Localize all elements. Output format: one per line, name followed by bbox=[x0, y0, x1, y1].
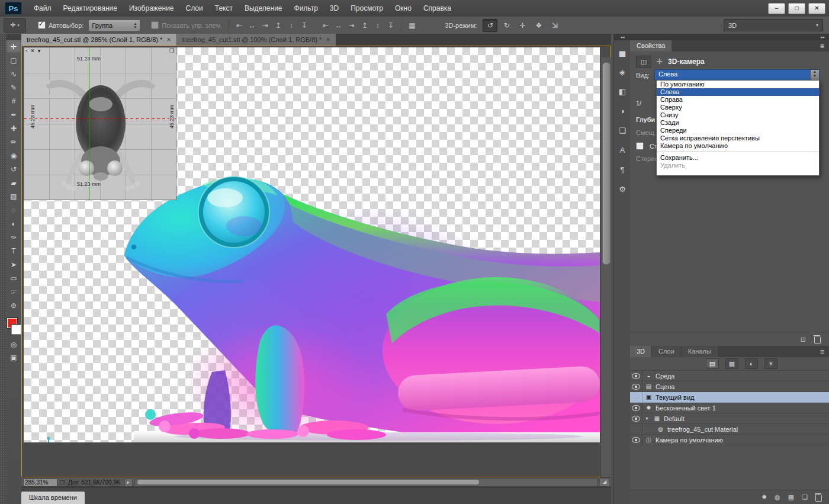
auto-align-icon[interactable]: ▦ bbox=[407, 21, 416, 30]
styles-panel-icon[interactable]: ❏ bbox=[614, 123, 631, 138]
3d-row[interactable]: ◍treefrog_45_cut Material bbox=[630, 424, 829, 435]
autoselect-target-select[interactable]: Группа▲▼ bbox=[88, 20, 140, 31]
view-option[interactable]: По умолчанию bbox=[657, 81, 819, 88]
quick-mask-button[interactable]: ◎ bbox=[6, 338, 21, 351]
paragraph-panel-icon[interactable]: ¶ bbox=[614, 162, 631, 177]
autoselect-checkbox[interactable] bbox=[38, 21, 46, 29]
menu-item[interactable]: Текст bbox=[209, 0, 239, 17]
expand-view-icon[interactable]: ❒ bbox=[169, 48, 174, 54]
tool-presets-panel-icon[interactable]: ⚙ bbox=[614, 181, 631, 197]
menu-item[interactable]: Фильтр bbox=[288, 0, 324, 17]
align-center-h-icon[interactable]: ↔ bbox=[248, 21, 256, 30]
panel-tab[interactable]: 3D bbox=[630, 346, 651, 357]
distribute-center-icon[interactable]: ↔ bbox=[334, 21, 343, 30]
stereo-checkbox[interactable] bbox=[636, 142, 644, 150]
type-tool[interactable]: T bbox=[6, 244, 21, 258]
dolly-3d-icon[interactable]: ⇲ bbox=[548, 20, 561, 31]
eyedropper-tool[interactable]: ✒ bbox=[6, 108, 21, 121]
orbit-3d-icon[interactable]: ↺ bbox=[483, 19, 497, 32]
gradient-tool[interactable]: ▧ bbox=[6, 190, 21, 203]
pen-tool[interactable]: ✑ bbox=[6, 230, 21, 244]
align-middle-icon[interactable]: ↕ bbox=[287, 21, 295, 30]
3d-row[interactable]: ▤Сцена bbox=[630, 381, 829, 392]
rectangle-tool[interactable]: ▭ bbox=[6, 271, 21, 285]
3d-row[interactable]: ◫Камера по умолчанию bbox=[630, 435, 829, 445]
visibility-toggle[interactable] bbox=[630, 435, 642, 445]
cross-section-icon[interactable]: ⊡ bbox=[801, 336, 806, 344]
delete-icon[interactable] bbox=[814, 337, 821, 344]
status-menu-arrow-icon[interactable]: ▸ bbox=[124, 479, 133, 487]
view-option[interactable]: Сверху bbox=[657, 104, 819, 111]
3d-row[interactable]: ▣Текущий вид bbox=[630, 392, 829, 403]
clone-stamp-tool[interactable]: ◉ bbox=[6, 149, 21, 162]
character-panel-icon[interactable]: А bbox=[614, 142, 631, 158]
view-save-option[interactable]: Сохранить... bbox=[657, 154, 819, 162]
filter-scene-icon[interactable]: ▤ bbox=[706, 358, 719, 369]
view-select[interactable]: Слева ▲▼ bbox=[654, 69, 820, 81]
3d-row[interactable]: ✹Бесконечный свет 1 bbox=[630, 403, 829, 413]
menu-item[interactable]: Просмотр bbox=[345, 0, 389, 17]
filter-mesh-icon[interactable]: ▦ bbox=[725, 358, 738, 369]
roll-3d-icon[interactable]: ↻ bbox=[500, 20, 513, 31]
color-panel-icon[interactable]: ◧ bbox=[614, 84, 631, 99]
menu-item[interactable]: Файл bbox=[28, 0, 57, 17]
quick-selection-tool[interactable]: ✎ bbox=[6, 81, 21, 94]
autoselect-option[interactable]: Автовыбор: bbox=[38, 21, 83, 29]
dodge-tool[interactable]: ◐ bbox=[6, 217, 21, 230]
toolbox-header[interactable] bbox=[6, 34, 21, 40]
document-tab-active[interactable]: treefrog_45_cut.stl @ 285% (Слой 1, RGB/… bbox=[21, 34, 176, 46]
align-right-icon[interactable]: ⇥ bbox=[261, 21, 269, 30]
close-icon[interactable]: ✕ bbox=[30, 48, 35, 54]
panel-tab[interactable]: Каналы bbox=[681, 346, 718, 357]
workspace-select[interactable]: 3D▾ bbox=[724, 19, 823, 31]
timeline-tab[interactable]: Шкала времени bbox=[21, 492, 85, 504]
panel-menu-icon[interactable]: ≣ bbox=[816, 40, 829, 52]
vertical-scrollbar-thumb[interactable] bbox=[602, 62, 610, 265]
marquee-tool[interactable]: ▢ bbox=[6, 53, 21, 67]
crop-tool[interactable]: # bbox=[6, 94, 21, 108]
close-icon[interactable]: ✕ bbox=[166, 37, 171, 43]
close-icon[interactable]: ✕ bbox=[326, 37, 330, 43]
new-light-icon[interactable]: ✹ bbox=[761, 493, 767, 501]
align-top-icon[interactable]: ↥ bbox=[274, 21, 282, 30]
delete-icon[interactable] bbox=[815, 495, 822, 502]
distribute-top-icon[interactable]: ↥ bbox=[360, 21, 369, 30]
filter-light-icon[interactable]: ☀ bbox=[764, 358, 777, 369]
align-bottom-icon[interactable]: ↧ bbox=[300, 21, 309, 30]
screen-mode-button[interactable]: ▣ bbox=[6, 351, 21, 364]
slide-3d-icon[interactable]: ❖ bbox=[532, 20, 545, 31]
filter-material-icon[interactable]: ◐ bbox=[745, 358, 758, 369]
menu-item[interactable]: Редактирование bbox=[57, 0, 123, 17]
healing-brush-tool[interactable]: ✚ bbox=[6, 121, 21, 135]
menu-item[interactable]: Справка bbox=[417, 0, 457, 17]
canvas[interactable]: 51.23 mm 51.23 mm 45.23 mm 45.23 mm ▫✕▾ … bbox=[24, 47, 600, 442]
view-option[interactable]: Снизу bbox=[657, 111, 819, 119]
3d-row[interactable]: ▼▦Default bbox=[630, 413, 829, 424]
background-color-swatch[interactable] bbox=[11, 325, 21, 335]
visibility-toggle[interactable] bbox=[630, 381, 642, 391]
disclosure-triangle-icon[interactable]: ▼ bbox=[645, 416, 650, 420]
menu-item[interactable]: Изображение bbox=[123, 0, 180, 17]
chevron-down-icon[interactable]: ▾ bbox=[38, 48, 41, 54]
visibility-toggle[interactable] bbox=[630, 403, 642, 413]
minimize-button[interactable]: – bbox=[768, 3, 785, 14]
collapse-panels-arrows[interactable]: ▸▸ bbox=[630, 34, 829, 40]
distribute-bottom-icon[interactable]: ↧ bbox=[386, 21, 395, 30]
new-material-icon[interactable]: ◍ bbox=[775, 493, 780, 501]
visibility-toggle[interactable] bbox=[630, 371, 642, 381]
distribute-middle-icon[interactable]: ↕ bbox=[373, 21, 382, 30]
hand-tool[interactable]: ☞ bbox=[6, 285, 21, 298]
distribute-left-icon[interactable]: ⇤ bbox=[321, 21, 330, 30]
secondary-view-window[interactable]: 51.23 mm 51.23 mm 45.23 mm 45.23 mm ▫✕▾ … bbox=[24, 47, 176, 200]
info-panel-icon[interactable]: ◈ bbox=[614, 64, 631, 79]
tab-properties[interactable]: Свойства bbox=[630, 40, 671, 52]
zoom-input[interactable]: 285,31% bbox=[23, 479, 57, 487]
view-option[interactable]: Спереди bbox=[657, 127, 819, 134]
menu-item[interactable]: 3D bbox=[324, 0, 345, 17]
panel-menu-icon[interactable]: ≣ bbox=[816, 346, 829, 357]
menu-item[interactable]: Выделение bbox=[239, 0, 288, 17]
new-mesh-icon[interactable]: ▦ bbox=[788, 493, 794, 501]
duplicate-icon[interactable]: ❏ bbox=[802, 493, 808, 501]
maximize-button[interactable]: □ bbox=[788, 3, 805, 14]
close-button[interactable]: ✕ bbox=[808, 3, 825, 14]
